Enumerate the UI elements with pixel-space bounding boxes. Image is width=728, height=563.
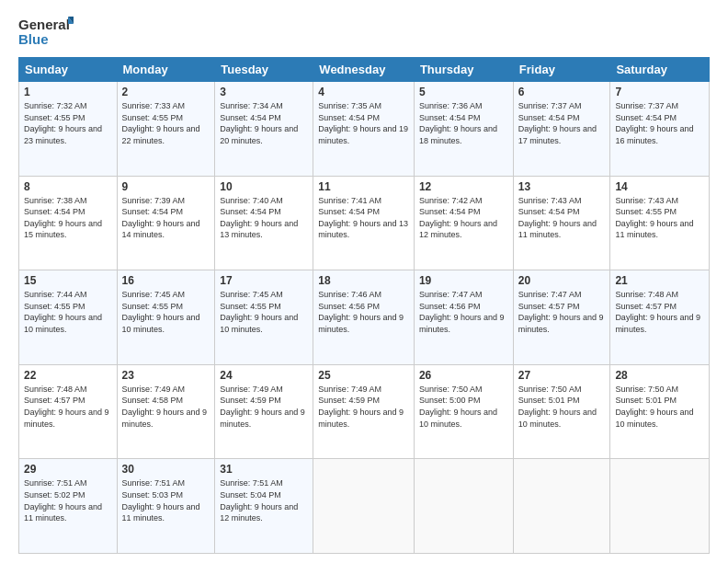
day-header-monday: Monday	[117, 58, 215, 82]
calendar-cell	[313, 459, 415, 554]
day-number: 10	[220, 180, 308, 193]
calendar-week-5: 29Sunrise: 7:51 AMSunset: 5:02 PMDayligh…	[19, 459, 710, 554]
day-number: 21	[615, 274, 704, 287]
calendar-cell: 7Sunrise: 7:37 AMSunset: 4:54 PMDaylight…	[610, 82, 710, 177]
svg-text:Blue: Blue	[18, 31, 49, 47]
calendar-cell: 25Sunrise: 7:49 AMSunset: 4:59 PMDayligh…	[313, 364, 415, 459]
day-info: Sunrise: 7:37 AMSunset: 4:54 PMDaylight:…	[518, 100, 606, 146]
calendar-cell: 18Sunrise: 7:46 AMSunset: 4:56 PMDayligh…	[313, 270, 415, 365]
calendar-cell: 23Sunrise: 7:49 AMSunset: 4:58 PMDayligh…	[117, 364, 215, 459]
calendar-cell: 22Sunrise: 7:48 AMSunset: 4:57 PMDayligh…	[19, 364, 118, 459]
day-info: Sunrise: 7:51 AMSunset: 5:02 PMDaylight:…	[24, 477, 112, 523]
day-info: Sunrise: 7:32 AMSunset: 4:55 PMDaylight:…	[24, 100, 112, 146]
calendar-cell: 2Sunrise: 7:33 AMSunset: 4:55 PMDaylight…	[117, 82, 215, 177]
day-info: Sunrise: 7:34 AMSunset: 4:54 PMDaylight:…	[220, 100, 308, 146]
day-info: Sunrise: 7:49 AMSunset: 4:58 PMDaylight:…	[122, 384, 210, 430]
calendar-cell: 8Sunrise: 7:38 AMSunset: 4:54 PMDaylight…	[19, 176, 118, 270]
day-info: Sunrise: 7:47 AMSunset: 4:56 PMDaylight:…	[419, 289, 508, 335]
calendar-cell: 11Sunrise: 7:41 AMSunset: 4:54 PMDayligh…	[313, 176, 415, 270]
day-info: Sunrise: 7:36 AMSunset: 4:54 PMDaylight:…	[419, 100, 508, 146]
day-header-tuesday: Tuesday	[215, 58, 313, 82]
page-header: General Blue	[18, 15, 710, 48]
day-number: 4	[318, 86, 409, 98]
day-info: Sunrise: 7:51 AMSunset: 5:03 PMDaylight:…	[122, 477, 210, 523]
calendar-cell: 21Sunrise: 7:48 AMSunset: 4:57 PMDayligh…	[610, 270, 710, 365]
day-info: Sunrise: 7:48 AMSunset: 4:57 PMDaylight:…	[24, 384, 112, 430]
logo: General Blue	[18, 15, 74, 48]
day-info: Sunrise: 7:38 AMSunset: 4:54 PMDaylight:…	[24, 195, 112, 241]
day-number: 6	[518, 86, 606, 98]
day-info: Sunrise: 7:42 AMSunset: 4:54 PMDaylight:…	[419, 195, 508, 241]
day-info: Sunrise: 7:43 AMSunset: 4:54 PMDaylight:…	[518, 195, 606, 241]
svg-text:General: General	[18, 17, 70, 32]
calendar-week-3: 15Sunrise: 7:44 AMSunset: 4:55 PMDayligh…	[19, 270, 710, 365]
calendar-week-4: 22Sunrise: 7:48 AMSunset: 4:57 PMDayligh…	[19, 364, 710, 459]
day-info: Sunrise: 7:40 AMSunset: 4:54 PMDaylight:…	[220, 195, 308, 241]
calendar-week-2: 8Sunrise: 7:38 AMSunset: 4:54 PMDaylight…	[19, 176, 710, 270]
calendar-cell: 10Sunrise: 7:40 AMSunset: 4:54 PMDayligh…	[215, 176, 313, 270]
day-header-thursday: Thursday	[414, 58, 513, 82]
calendar-cell: 14Sunrise: 7:43 AMSunset: 4:55 PMDayligh…	[610, 176, 710, 270]
day-info: Sunrise: 7:39 AMSunset: 4:54 PMDaylight:…	[122, 195, 210, 241]
calendar-cell: 24Sunrise: 7:49 AMSunset: 4:59 PMDayligh…	[215, 364, 313, 459]
day-number: 14	[615, 180, 704, 193]
day-number: 11	[318, 180, 409, 193]
day-number: 7	[615, 86, 704, 98]
day-number: 3	[220, 86, 308, 98]
day-number: 19	[419, 274, 508, 287]
logo-svg: General Blue	[18, 15, 74, 48]
day-info: Sunrise: 7:35 AMSunset: 4:54 PMDaylight:…	[318, 100, 409, 146]
day-info: Sunrise: 7:50 AMSunset: 5:00 PMDaylight:…	[419, 384, 508, 430]
day-number: 28	[615, 369, 704, 382]
day-info: Sunrise: 7:41 AMSunset: 4:54 PMDaylight:…	[318, 195, 409, 241]
day-number: 20	[518, 274, 606, 287]
day-info: Sunrise: 7:44 AMSunset: 4:55 PMDaylight:…	[24, 289, 112, 335]
day-number: 23	[122, 369, 210, 382]
calendar-cell: 17Sunrise: 7:45 AMSunset: 4:55 PMDayligh…	[215, 270, 313, 365]
calendar-cell: 20Sunrise: 7:47 AMSunset: 4:57 PMDayligh…	[513, 270, 610, 365]
calendar-cell: 3Sunrise: 7:34 AMSunset: 4:54 PMDaylight…	[215, 82, 313, 177]
day-number: 25	[318, 369, 409, 382]
day-header-wednesday: Wednesday	[313, 58, 415, 82]
day-number: 8	[24, 180, 112, 193]
day-info: Sunrise: 7:49 AMSunset: 4:59 PMDaylight:…	[220, 384, 308, 430]
day-number: 15	[24, 274, 112, 287]
calendar-cell: 5Sunrise: 7:36 AMSunset: 4:54 PMDaylight…	[414, 82, 513, 177]
calendar-cell	[414, 459, 513, 554]
day-info: Sunrise: 7:37 AMSunset: 4:54 PMDaylight:…	[615, 100, 704, 146]
day-number: 29	[24, 463, 112, 476]
day-number: 26	[419, 369, 508, 382]
day-number: 16	[122, 274, 210, 287]
day-number: 17	[220, 274, 308, 287]
calendar-cell: 16Sunrise: 7:45 AMSunset: 4:55 PMDayligh…	[117, 270, 215, 365]
day-info: Sunrise: 7:45 AMSunset: 4:55 PMDaylight:…	[122, 289, 210, 335]
calendar-cell: 9Sunrise: 7:39 AMSunset: 4:54 PMDaylight…	[117, 176, 215, 270]
calendar-cell	[513, 459, 610, 554]
calendar-cell: 26Sunrise: 7:50 AMSunset: 5:00 PMDayligh…	[414, 364, 513, 459]
calendar-cell: 28Sunrise: 7:50 AMSunset: 5:01 PMDayligh…	[610, 364, 710, 459]
calendar-cell: 6Sunrise: 7:37 AMSunset: 4:54 PMDaylight…	[513, 82, 610, 177]
day-info: Sunrise: 7:33 AMSunset: 4:55 PMDaylight:…	[122, 100, 210, 146]
day-number: 2	[122, 86, 210, 98]
day-info: Sunrise: 7:48 AMSunset: 4:57 PMDaylight:…	[615, 289, 704, 335]
day-number: 31	[220, 463, 308, 476]
day-info: Sunrise: 7:50 AMSunset: 5:01 PMDaylight:…	[518, 384, 606, 430]
day-number: 24	[220, 369, 308, 382]
day-number: 30	[122, 463, 210, 476]
calendar-cell: 12Sunrise: 7:42 AMSunset: 4:54 PMDayligh…	[414, 176, 513, 270]
day-header-sunday: Sunday	[19, 58, 118, 82]
day-number: 13	[518, 180, 606, 193]
calendar-cell	[610, 459, 710, 554]
day-info: Sunrise: 7:51 AMSunset: 5:04 PMDaylight:…	[220, 477, 308, 523]
day-info: Sunrise: 7:45 AMSunset: 4:55 PMDaylight:…	[220, 289, 308, 335]
calendar-cell: 13Sunrise: 7:43 AMSunset: 4:54 PMDayligh…	[513, 176, 610, 270]
day-info: Sunrise: 7:50 AMSunset: 5:01 PMDaylight:…	[615, 384, 704, 430]
day-info: Sunrise: 7:49 AMSunset: 4:59 PMDaylight:…	[318, 384, 409, 430]
calendar-cell: 27Sunrise: 7:50 AMSunset: 5:01 PMDayligh…	[513, 364, 610, 459]
calendar-header-row: SundayMondayTuesdayWednesdayThursdayFrid…	[19, 58, 710, 82]
day-number: 1	[24, 86, 112, 98]
day-number: 5	[419, 86, 508, 98]
calendar-cell: 19Sunrise: 7:47 AMSunset: 4:56 PMDayligh…	[414, 270, 513, 365]
day-number: 9	[122, 180, 210, 193]
calendar-cell: 29Sunrise: 7:51 AMSunset: 5:02 PMDayligh…	[19, 459, 118, 554]
